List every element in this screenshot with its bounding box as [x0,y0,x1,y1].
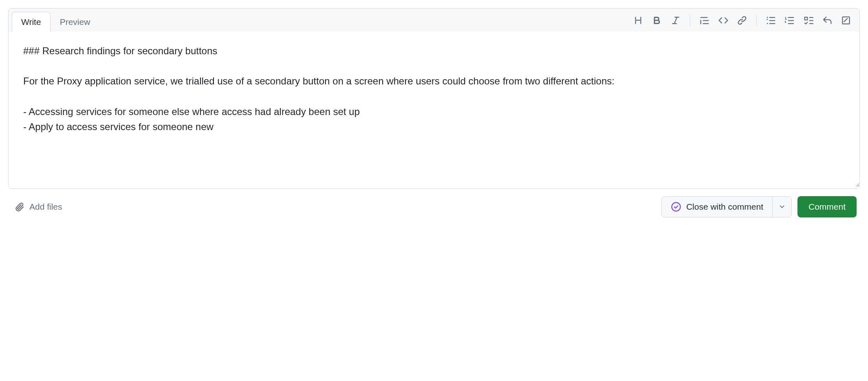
toolbar-separator [690,15,690,26]
formatting-toolbar [625,9,859,32]
quote-icon [700,16,709,25]
footer-actions: Close with comment Comment [661,196,857,217]
italic-button[interactable] [667,12,684,29]
add-files-label: Add files [29,202,62,212]
reply-icon [822,16,832,25]
link-button[interactable] [734,12,751,29]
code-icon [718,16,728,25]
task-list-icon [804,16,813,25]
unordered-list-icon [766,16,776,25]
slash-icon [841,16,851,25]
svg-point-0 [672,202,680,211]
tabs: Write Preview [9,9,99,32]
heading-button[interactable] [630,12,647,29]
reply-button[interactable] [819,12,836,29]
unordered-list-button[interactable] [762,12,780,29]
quote-button[interactable] [696,12,713,29]
slash-commands-button[interactable] [837,12,855,29]
close-with-comment-button[interactable]: Close with comment [662,197,772,217]
close-dropdown-button[interactable] [772,197,791,217]
code-button[interactable] [715,12,732,29]
tab-write[interactable]: Write [12,12,51,32]
close-with-comment-label: Close with comment [686,202,763,212]
issue-closed-icon [671,202,681,212]
heading-icon [633,16,643,25]
comment-footer: Add files Close with comment Comment [8,189,860,217]
bold-icon [652,16,662,25]
tab-preview[interactable]: Preview [51,12,100,32]
close-button-group: Close with comment [661,196,792,217]
add-files-button[interactable]: Add files [11,199,66,214]
paperclip-icon [15,202,24,212]
comment-button[interactable]: Comment [798,196,857,217]
ordered-list-button[interactable] [781,12,798,29]
task-list-button[interactable] [800,12,817,29]
editor-area [9,32,859,188]
ordered-list-icon [785,16,795,25]
comment-textarea[interactable] [9,32,859,187]
chevron-down-icon [779,204,785,210]
toolbar-separator [756,15,757,26]
bold-button[interactable] [648,12,665,29]
link-icon [737,16,747,25]
italic-icon [671,16,681,25]
tabs-toolbar: Write Preview [9,9,859,32]
comment-box: Write Preview [8,8,860,189]
